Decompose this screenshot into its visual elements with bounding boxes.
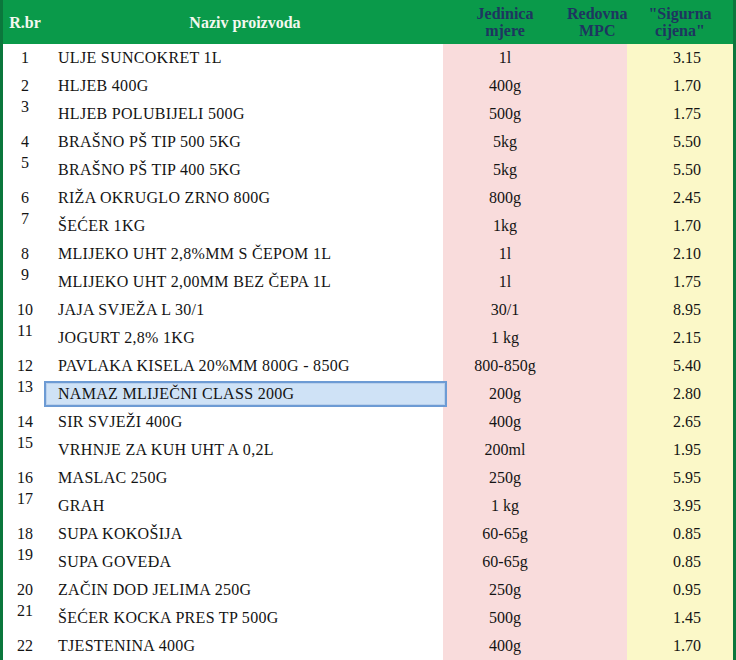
product-name-cell[interactable]: SUPA KOKOŠIJA bbox=[47, 520, 443, 548]
regular-price-cell[interactable] bbox=[567, 44, 627, 72]
unit-cell[interactable]: 1l bbox=[443, 44, 567, 72]
row-number-cell[interactable]: 18 bbox=[3, 520, 47, 548]
row-number-cell[interactable]: 12 bbox=[3, 352, 47, 380]
safe-price-cell[interactable]: 0.85 bbox=[627, 548, 733, 576]
safe-price-cell[interactable]: 1.45 bbox=[627, 604, 733, 632]
row-number-cell[interactable]: 16 bbox=[3, 464, 47, 492]
product-name-cell[interactable]: SUPA GOVEĐA bbox=[47, 548, 443, 576]
product-name-cell[interactable]: MLIJEKO UHT 2,00MM BEZ ČEPA 1L bbox=[47, 268, 443, 296]
safe-price-cell[interactable]: 5.50 bbox=[627, 156, 733, 184]
row-number-cell[interactable]: 6 bbox=[3, 184, 47, 212]
product-name-cell[interactable]: PAVLAKA KISELA 20%MM 800G - 850G bbox=[47, 352, 443, 380]
product-name-cell[interactable]: HLJEB 400G bbox=[47, 72, 443, 100]
regular-price-cell[interactable] bbox=[567, 72, 627, 100]
regular-price-cell[interactable] bbox=[567, 240, 627, 268]
regular-price-cell[interactable] bbox=[567, 296, 627, 324]
product-name-cell[interactable]: ŠEĆER KOCKA PRES TP 500G bbox=[47, 604, 443, 632]
regular-price-cell[interactable] bbox=[567, 436, 627, 464]
row-number-cell[interactable]: 5 bbox=[3, 156, 47, 184]
safe-price-cell[interactable]: 1.75 bbox=[627, 268, 733, 296]
regular-price-cell[interactable] bbox=[567, 408, 627, 436]
safe-price-cell[interactable]: 2.15 bbox=[627, 324, 733, 352]
regular-price-cell[interactable] bbox=[567, 268, 627, 296]
unit-cell[interactable]: 1l bbox=[443, 268, 567, 296]
safe-price-cell[interactable]: 0.85 bbox=[627, 520, 733, 548]
safe-price-cell[interactable]: 1.95 bbox=[627, 436, 733, 464]
safe-price-cell[interactable]: 3.95 bbox=[627, 492, 733, 520]
regular-price-cell[interactable] bbox=[567, 100, 627, 128]
safe-price-cell[interactable]: 2.65 bbox=[627, 408, 733, 436]
product-name-cell[interactable]: GRAH bbox=[47, 492, 443, 520]
row-number-cell[interactable]: 15 bbox=[3, 436, 47, 464]
unit-cell[interactable]: 60-65g bbox=[443, 520, 567, 548]
safe-price-cell[interactable]: 2.45 bbox=[627, 184, 733, 212]
regular-price-cell[interactable] bbox=[567, 352, 627, 380]
unit-cell[interactable]: 200ml bbox=[443, 436, 567, 464]
row-number-cell[interactable]: 7 bbox=[3, 212, 47, 240]
unit-cell[interactable]: 250g bbox=[443, 576, 567, 604]
regular-price-cell[interactable] bbox=[567, 128, 627, 156]
product-name-cell[interactable]: JAJA SVJEŽA L 30/1 bbox=[47, 296, 443, 324]
regular-price-cell[interactable] bbox=[567, 604, 627, 632]
unit-cell[interactable]: 500g bbox=[443, 604, 567, 632]
product-name-cell[interactable]: HLJEB POLUBIJELI 500G bbox=[47, 100, 443, 128]
unit-cell[interactable]: 60-65g bbox=[443, 548, 567, 576]
row-number-cell[interactable]: 20 bbox=[3, 576, 47, 604]
safe-price-cell[interactable]: 1.75 bbox=[627, 100, 733, 128]
safe-price-cell[interactable]: 1.70 bbox=[627, 72, 733, 100]
product-name-cell[interactable]: TJESTENINA 400G bbox=[47, 632, 443, 660]
unit-cell[interactable]: 200g bbox=[443, 380, 567, 408]
product-name-cell[interactable]: BRAŠNO PŠ TIP 400 5KG bbox=[47, 156, 443, 184]
product-name-cell[interactable]: ZAČIN DOD JELIMA 250G bbox=[47, 576, 443, 604]
product-name-cell[interactable]: MLIJEKO UHT 2,8%MM S ČEPOM 1L bbox=[47, 240, 443, 268]
regular-price-cell[interactable] bbox=[567, 324, 627, 352]
unit-cell[interactable]: 1l bbox=[443, 240, 567, 268]
safe-price-cell[interactable]: 1.70 bbox=[627, 212, 733, 240]
safe-price-cell[interactable]: 3.15 bbox=[627, 44, 733, 72]
safe-price-cell[interactable]: 5.95 bbox=[627, 464, 733, 492]
regular-price-cell[interactable] bbox=[567, 464, 627, 492]
product-name-cell[interactable]: ULJE SUNCOKRET 1L bbox=[47, 44, 443, 72]
unit-cell[interactable]: 400g bbox=[443, 408, 567, 436]
unit-cell[interactable]: 400g bbox=[443, 72, 567, 100]
unit-cell[interactable]: 1kg bbox=[443, 212, 567, 240]
safe-price-cell[interactable]: 5.50 bbox=[627, 128, 733, 156]
regular-price-cell[interactable] bbox=[567, 184, 627, 212]
row-number-cell[interactable]: 10 bbox=[3, 296, 47, 324]
regular-price-cell[interactable] bbox=[567, 632, 627, 660]
regular-price-cell[interactable] bbox=[567, 212, 627, 240]
regular-price-cell[interactable] bbox=[567, 520, 627, 548]
unit-cell[interactable]: 1 kg bbox=[443, 492, 567, 520]
unit-cell[interactable]: 5kg bbox=[443, 128, 567, 156]
safe-price-cell[interactable]: 0.95 bbox=[627, 576, 733, 604]
row-number-cell[interactable]: 22 bbox=[3, 632, 47, 660]
row-number-cell[interactable]: 4 bbox=[3, 128, 47, 156]
row-number-cell[interactable]: 11 bbox=[3, 324, 47, 352]
unit-cell[interactable]: 5kg bbox=[443, 156, 567, 184]
row-number-cell[interactable]: 1 bbox=[3, 44, 47, 72]
safe-price-cell[interactable]: 2.80 bbox=[627, 380, 733, 408]
unit-cell[interactable]: 1 kg bbox=[443, 324, 567, 352]
safe-price-cell[interactable]: 5.40 bbox=[627, 352, 733, 380]
unit-cell[interactable]: 400g bbox=[443, 632, 567, 660]
unit-cell[interactable]: 800-850g bbox=[443, 352, 567, 380]
unit-cell[interactable]: 30/1 bbox=[443, 296, 567, 324]
row-number-cell[interactable]: 17 bbox=[3, 492, 47, 520]
regular-price-cell[interactable] bbox=[567, 156, 627, 184]
safe-price-cell[interactable]: 1.70 bbox=[627, 632, 733, 660]
product-name-cell[interactable]: BRAŠNO PŠ TIP 500 5KG bbox=[47, 128, 443, 156]
regular-price-cell[interactable] bbox=[567, 548, 627, 576]
product-name-cell[interactable]: JOGURT 2,8% 1KG bbox=[47, 324, 443, 352]
product-name-cell[interactable]: ŠEĆER 1KG bbox=[47, 212, 443, 240]
regular-price-cell[interactable] bbox=[567, 380, 627, 408]
unit-cell[interactable]: 800g bbox=[443, 184, 567, 212]
safe-price-cell[interactable]: 8.95 bbox=[627, 296, 733, 324]
row-number-cell[interactable]: 13 bbox=[3, 380, 47, 408]
safe-price-cell[interactable]: 2.10 bbox=[627, 240, 733, 268]
row-number-cell[interactable]: 3 bbox=[3, 100, 47, 128]
row-number-cell[interactable]: 14 bbox=[3, 408, 47, 436]
row-number-cell[interactable]: 21 bbox=[3, 604, 47, 632]
product-name-cell[interactable]: NAMAZ MLIJEČNI CLASS 200G bbox=[44, 381, 447, 407]
row-number-cell[interactable]: 9 bbox=[3, 268, 47, 296]
product-name-cell[interactable]: VRHNJE ZA KUH UHT A 0,2L bbox=[47, 436, 443, 464]
